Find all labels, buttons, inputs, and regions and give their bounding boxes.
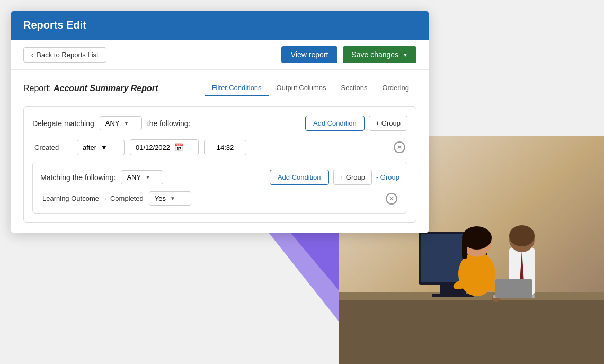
view-report-button[interactable]: View report [281, 46, 338, 63]
save-changes-button[interactable]: Save changes ▼ [343, 46, 416, 63]
back-button[interactable]: ‹ Back to Reports List [23, 47, 106, 63]
add-group-button-top[interactable]: + Group [369, 116, 407, 131]
filter-box: Delegate matching ANY ▼ the following: A… [23, 106, 416, 223]
svg-point-16 [509, 225, 535, 246]
report-title: Report: Account Summary Report [23, 84, 158, 93]
add-group-button-sub[interactable]: + Group [333, 170, 372, 185]
sub-group-actions: Add Condition + Group - Group [270, 170, 399, 185]
add-condition-button-top[interactable]: Add Condition [305, 116, 365, 131]
sub-any-value: ANY [127, 173, 141, 181]
calendar-icon: 📅 [174, 143, 183, 152]
remove-outcome-icon: ✕ [389, 195, 394, 202]
outcome-value-select[interactable]: Yes ▼ [149, 191, 191, 206]
filter-top-actions: Add Condition + Group [305, 116, 407, 131]
outcome-label: Learning Outcome → Completed [42, 194, 144, 202]
any-chevron-icon: ▼ [123, 120, 129, 126]
created-condition-row: Created after ▼ 01/12/2022 📅 14:32 ✕ [32, 139, 407, 155]
outcome-sub-field: Completed [110, 194, 144, 202]
svg-rect-2 [339, 295, 604, 364]
tab-sections[interactable]: Sections [334, 81, 375, 96]
add-condition-button-sub[interactable]: Add Condition [270, 170, 329, 185]
tab-filter-conditions[interactable]: Filter Conditions [205, 81, 269, 96]
filter-top-row: Delegate matching ANY ▼ the following: A… [32, 116, 407, 131]
remove-outcome-button[interactable]: ✕ [386, 193, 397, 205]
outcome-arrow-icon: → [101, 194, 108, 202]
operator-select[interactable]: after ▼ [77, 140, 125, 155]
report-prefix: Report: [23, 84, 51, 93]
card-header: Reports Edit [11, 11, 429, 40]
card-content: Report: Account Summary Report Filter Co… [11, 70, 429, 233]
report-header: Report: Account Summary Report Filter Co… [23, 81, 416, 96]
back-icon: ‹ [31, 51, 33, 59]
report-name: Account Summary Report [54, 84, 158, 93]
svg-rect-7 [432, 294, 474, 297]
outcome-value: Yes [155, 194, 166, 202]
time-value: 14:32 [217, 144, 234, 152]
any-value: ANY [105, 119, 120, 127]
save-changes-label: Save changes [351, 50, 398, 59]
following-label: the following: [147, 119, 191, 128]
page-title: Reports Edit [23, 19, 416, 31]
sub-group: Matching the following: ANY ▼ Add Condit… [32, 162, 407, 214]
minus-group-button[interactable]: - Group [376, 173, 399, 181]
operator-chevron-icon: ▼ [101, 144, 108, 152]
tab-output-columns[interactable]: Output Columns [269, 81, 334, 96]
date-input[interactable]: 01/12/2022 📅 [130, 139, 199, 155]
time-input[interactable]: 14:32 [204, 140, 246, 155]
created-field-label: Created [34, 144, 72, 152]
delegate-label: Delegate matching [32, 119, 94, 128]
svg-rect-11 [462, 238, 467, 259]
any-select[interactable]: ANY ▼ [100, 116, 142, 130]
operator-value: after [83, 144, 96, 152]
matching-label: Matching the following: [40, 173, 116, 182]
remove-created-button[interactable]: ✕ [394, 141, 405, 153]
outcome-chevron-icon: ▼ [170, 196, 175, 201]
toolbar-right: View report Save changes ▼ [281, 46, 416, 63]
tabs: Filter Conditions Output Columns Section… [205, 81, 416, 96]
remove-created-icon: ✕ [397, 144, 402, 151]
tab-ordering[interactable]: Ordering [375, 81, 416, 96]
svg-rect-21 [495, 279, 532, 298]
save-chevron-icon: ▼ [403, 52, 408, 58]
back-label: Back to Reports List [37, 51, 98, 59]
ui-card: Reports Edit ‹ Back to Reports List View… [11, 11, 429, 233]
sub-any-select[interactable]: ANY ▼ [121, 170, 163, 184]
sub-any-chevron-icon: ▼ [145, 174, 150, 180]
outcome-field: Learning Outcome [42, 194, 99, 202]
card-toolbar: ‹ Back to Reports List View report Save … [11, 40, 429, 70]
sub-group-header: Matching the following: ANY ▼ Add Condit… [40, 170, 399, 185]
outcome-row: Learning Outcome → Completed Yes ▼ ✕ [40, 191, 399, 206]
date-value: 01/12/2022 [136, 144, 170, 152]
